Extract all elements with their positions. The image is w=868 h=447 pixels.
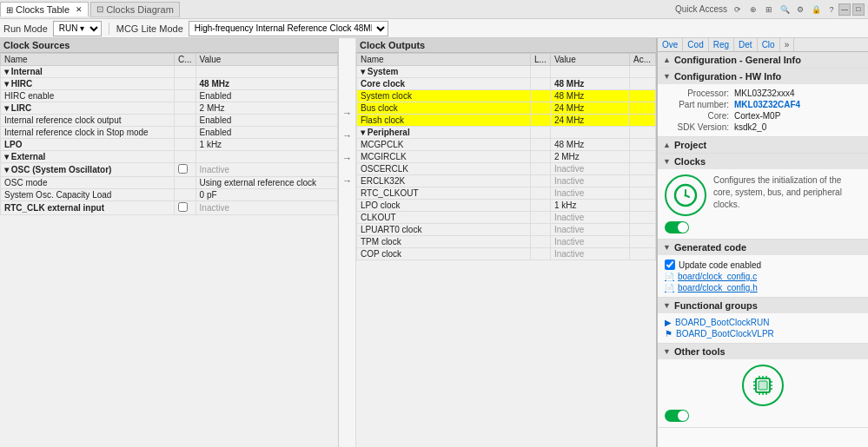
table-row: ▾ LIRC 2 MHz xyxy=(1,102,338,115)
clocks-chevron-icon: ▼ xyxy=(663,157,671,166)
out-mcgpclk: MCGPCLK xyxy=(357,139,531,151)
svg-rect-3 xyxy=(759,381,767,390)
info-processor: Processor: MKL03Z32xxx4 xyxy=(665,88,861,99)
src-osc-mode-check xyxy=(175,177,196,189)
clock-outputs-panel: Clock Outputs Name L... Value Ac... xyxy=(356,38,656,447)
table-row: LPO clock 1 kHz xyxy=(357,200,656,212)
out-clkout-ac xyxy=(630,212,656,224)
file-clock-config-c-label: board/clock_config.c xyxy=(678,272,757,281)
part-number-value[interactable]: MKL03Z32CAF4 xyxy=(734,100,800,109)
other-tools-toggle[interactable] xyxy=(665,410,689,422)
func-item-vlpr[interactable]: ⚑ BOARD_BootClockVLPR xyxy=(665,328,861,339)
out-system-val xyxy=(550,66,629,78)
file-clock-config-h[interactable]: 📄 board/clock_config.h xyxy=(665,282,861,293)
info-core: Core: Cortex-M0P xyxy=(665,110,861,122)
src-irc-out: Internal reference clock output xyxy=(1,115,175,127)
clocks-title: Clocks xyxy=(674,156,706,167)
functional-groups-body: ▶ BOARD_BootClockRUN ⚑ BOARD_BootClockVL… xyxy=(658,313,868,343)
toolbar-icon-1[interactable]: ⟳ xyxy=(731,3,745,16)
other-tools-header[interactable]: ▼ Other tools xyxy=(658,344,868,359)
table-row: LPUART0 clock Inactive xyxy=(357,224,656,236)
tab-clocks-table[interactable]: ⊞ Clocks Table ✕ xyxy=(0,2,89,16)
src-rtc-check[interactable] xyxy=(175,201,196,215)
functional-groups-header[interactable]: ▼ Functional groups xyxy=(658,298,868,313)
nav-more[interactable]: » xyxy=(780,38,795,51)
clocks-header[interactable]: ▼ Clocks xyxy=(658,154,868,169)
src-osc-val: Inactive xyxy=(195,163,337,177)
table-row: MCGIRCLK 2 MHz xyxy=(357,151,656,163)
generated-code-body: Update code enabled 📄 board/clock_config… xyxy=(658,255,868,297)
toolbar-icon-3[interactable]: ⊞ xyxy=(762,3,776,16)
config-hw-section: ▼ Configuration - HW Info Processor: MKL… xyxy=(658,69,868,137)
tab-close-icon[interactable]: ✕ xyxy=(76,5,83,14)
quick-access-label: Quick Access xyxy=(672,4,731,14)
update-enabled-label: Update code enabled xyxy=(679,260,761,270)
config-hw-body: Processor: MKL03Z32xxx4 Part number: MKL… xyxy=(658,84,868,136)
out-col-l: L... xyxy=(531,54,551,66)
functional-groups-section: ▼ Functional groups ▶ BOARD_BootClockRUN… xyxy=(658,298,868,344)
nav-reg[interactable]: Reg xyxy=(709,38,734,51)
out-rtc-clkout-val: Inactive xyxy=(550,187,629,200)
tab-clocks-diagram[interactable]: ⊡ Clocks Diagram xyxy=(90,2,180,17)
table-row: TPM clock Inactive xyxy=(357,236,656,248)
chevron-down-icon: ▼ xyxy=(663,72,671,81)
out-col-val: Value xyxy=(550,54,629,66)
generated-code-title: Generated code xyxy=(674,242,746,253)
src-hirc-enable-val: Enabled xyxy=(195,90,337,102)
generated-code-header[interactable]: ▼ Generated code xyxy=(658,240,868,255)
col-val-header: Value xyxy=(195,54,337,66)
config-general-header[interactable]: ▲ Configuration - General Info xyxy=(658,52,868,68)
src-external-val xyxy=(195,151,337,163)
mcg-select[interactable]: High-frequency Internal Reference Clock … xyxy=(189,21,388,36)
src-osc-mode-val: Using external reference clock xyxy=(195,177,337,189)
core-label: Core: xyxy=(665,111,734,121)
src-irc-stop-check xyxy=(175,127,196,139)
out-mcgirclk-val: 2 MHz xyxy=(550,151,629,163)
out-col-ac: Ac... xyxy=(630,54,656,66)
nav-ove[interactable]: Ove xyxy=(658,38,683,51)
toolbar-icons: ⟳ ⊕ ⊞ 🔍 ⚙ 🔒 ? xyxy=(731,3,838,16)
project-section: ▲ Project xyxy=(658,137,868,154)
out-flash-l xyxy=(531,115,551,127)
out-clkout-l xyxy=(531,212,551,224)
out-flash-ac xyxy=(630,115,656,127)
out-lpuart0: LPUART0 clock xyxy=(357,224,531,236)
out-lpo-ac xyxy=(630,200,656,212)
src-lpo-check xyxy=(175,139,196,151)
maximize-btn[interactable]: □ xyxy=(852,3,865,16)
update-enabled-checkbox[interactable] xyxy=(665,260,675,270)
minimize-btn[interactable]: — xyxy=(838,3,851,16)
run-mode-select[interactable]: RUN ▾ xyxy=(53,21,102,36)
toolbar-icon-5[interactable]: ⚙ xyxy=(793,3,807,16)
out-mcgirclk-l xyxy=(531,151,551,163)
other-tools-title: Other tools xyxy=(674,346,726,357)
out-rtc-clkout: RTC_CLKOUT xyxy=(357,187,531,200)
src-lirc-check xyxy=(175,102,196,115)
func-run-label: BOARD_BootClockRUN xyxy=(675,318,769,327)
toolbar-icon-4[interactable]: 🔍 xyxy=(778,3,792,16)
table-row: COP clock Inactive xyxy=(357,248,656,260)
toolbar-icon-2[interactable]: ⊕ xyxy=(746,3,760,16)
config-hw-header[interactable]: ▼ Configuration - HW Info xyxy=(658,69,868,84)
clocks-toggle-row xyxy=(665,221,861,233)
project-header[interactable]: ▲ Project xyxy=(658,137,868,153)
file-icon-h: 📄 xyxy=(665,284,674,293)
func-item-run[interactable]: ▶ BOARD_BootClockRUN xyxy=(665,317,861,328)
table-row: Internal reference clock output Enabled xyxy=(1,115,338,127)
file-clock-config-c[interactable]: 📄 board/clock_config.c xyxy=(665,271,861,282)
out-lpuart0-ac xyxy=(630,224,656,236)
tab-clocks-diagram-label: Clocks Diagram xyxy=(106,4,174,15)
func-vlpr-label: BOARD_BootClockVLPR xyxy=(676,329,774,339)
update-enabled-row: Update code enabled xyxy=(665,259,861,271)
toolbar-icon-7[interactable]: ? xyxy=(825,3,838,16)
clocks-toggle[interactable] xyxy=(665,221,689,233)
clock-outputs-title: Clock Outputs xyxy=(360,40,425,50)
src-lirc: ▾ LIRC xyxy=(1,102,175,115)
src-osc-check[interactable] xyxy=(175,163,196,177)
out-tpm: TPM clock xyxy=(357,236,531,248)
nav-cod[interactable]: Cod xyxy=(683,38,708,51)
out-clkout: CLKOUT xyxy=(357,212,531,224)
toolbar-icon-6[interactable]: 🔒 xyxy=(809,3,823,16)
nav-det[interactable]: Det xyxy=(734,38,758,51)
nav-clo[interactable]: Clo xyxy=(758,38,780,51)
